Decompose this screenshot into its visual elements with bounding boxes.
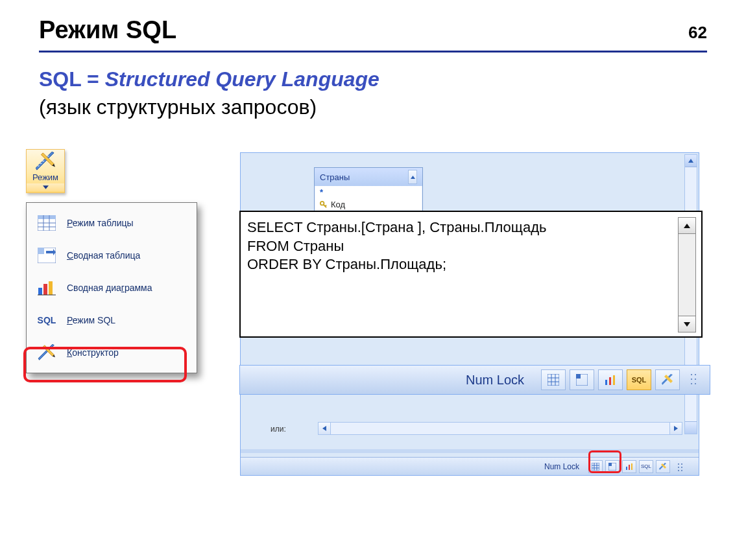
numlock-indicator: Num Lock — [466, 373, 524, 388]
svg-rect-52 — [576, 374, 581, 379]
resize-grip-icon[interactable] — [689, 371, 701, 389]
status-bar-large: Num Lock SQL — [239, 365, 710, 395]
slide-title: Режим SQL — [39, 16, 176, 44]
scroll-right-button[interactable] — [669, 423, 682, 434]
dropdown-item-label: Сводная таблица — [67, 250, 140, 261]
mode-button-dropdown-icon[interactable] — [27, 183, 64, 191]
sql-text: SELECT Страны.[Страна ], Страны.Площадь … — [247, 218, 674, 330]
field-row-star[interactable]: * — [315, 186, 422, 198]
svg-rect-16 — [38, 248, 44, 254]
mode-button[interactable]: Режим — [26, 149, 65, 193]
svg-line-41 — [325, 205, 326, 206]
svg-marker-8 — [43, 185, 49, 189]
svg-rect-19 — [43, 284, 47, 295]
svg-marker-38 — [411, 176, 415, 179]
view-datasheet-button[interactable] — [541, 369, 566, 390]
page-number: 62 — [688, 23, 707, 43]
svg-rect-1 — [38, 166, 40, 167]
status-bar-small: Num Lock SQL — [241, 457, 699, 475]
field-row-key[interactable]: Код — [315, 198, 422, 211]
dropdown-item-label: Сводная диаграмма — [67, 283, 152, 293]
view-sql-button-active[interactable]: SQL — [627, 369, 651, 390]
datasheet-icon — [37, 215, 56, 231]
view-design-button[interactable] — [656, 460, 670, 473]
svg-rect-46 — [547, 374, 559, 386]
svg-rect-10 — [38, 215, 56, 219]
or-row-label: или: — [271, 425, 286, 434]
resize-grip-icon[interactable] — [677, 461, 686, 472]
scroll-up-button[interactable] — [679, 218, 695, 234]
scroll-down-button[interactable] — [679, 316, 695, 332]
scroll-down-button[interactable] — [685, 421, 697, 434]
svg-rect-34 — [629, 465, 630, 470]
sql-text-icon: SQL — [37, 312, 56, 329]
sql-editor[interactable]: SELECT Страны.[Страна ], Страны.Площадь … — [239, 211, 703, 338]
subtitle: SQL = Structured Query Language (язык ст… — [39, 65, 707, 121]
subtitle-translation: (язык структурных запросов) — [39, 95, 317, 119]
subtitle-prefix: SQL = — [39, 67, 105, 91]
ruler-pencil-icon — [36, 152, 55, 171]
svg-rect-55 — [613, 375, 615, 385]
red-highlight-sql-statusbar — [588, 450, 621, 473]
mode-button-label: Режим — [27, 172, 64, 182]
dropdown-item-label: Режим SQL — [67, 315, 115, 325]
view-pivottable-button[interactable] — [570, 369, 594, 390]
scroll-left-button[interactable] — [319, 423, 331, 434]
svg-marker-43 — [674, 426, 678, 431]
view-sql-button[interactable]: SQL — [639, 460, 653, 473]
table-field-list[interactable]: Страны * Код — [314, 167, 423, 211]
view-pivotchart-button[interactable] — [622, 460, 636, 473]
dropdown-item-pivottable[interactable]: Сводная таблица — [27, 239, 197, 272]
view-design-button[interactable] — [655, 369, 680, 390]
subtitle-expansion: Structured Query Language — [105, 67, 379, 91]
panel-splitter[interactable] — [241, 449, 699, 453]
svg-rect-35 — [631, 463, 632, 470]
scroll-up-button[interactable] — [408, 170, 417, 184]
svg-rect-53 — [605, 380, 607, 385]
svg-rect-18 — [38, 288, 42, 295]
dropdown-item-datasheet[interactable]: Режим таблицы — [27, 207, 197, 239]
svg-marker-25 — [688, 159, 693, 163]
svg-marker-45 — [684, 322, 690, 327]
svg-rect-3 — [42, 161, 44, 161]
horizontal-scrollbar[interactable] — [318, 422, 682, 435]
numlock-indicator: Num Lock — [544, 462, 579, 471]
view-pivotchart-button[interactable] — [598, 369, 623, 390]
svg-rect-33 — [626, 467, 627, 470]
svg-rect-20 — [49, 281, 53, 295]
dropdown-item-pivotchart[interactable]: Сводная диаграмма — [27, 272, 197, 304]
svg-marker-44 — [684, 224, 690, 228]
table-field-list-title: Страны — [315, 168, 422, 186]
key-icon — [320, 201, 327, 208]
dropdown-item-sql[interactable]: SQL Режим SQL — [27, 304, 197, 336]
pivottable-icon — [37, 247, 56, 264]
svg-marker-42 — [322, 426, 326, 431]
vertical-scrollbar[interactable] — [678, 217, 696, 332]
scroll-up-button[interactable] — [685, 155, 697, 167]
red-highlight-sql-item — [23, 347, 187, 382]
svg-rect-54 — [609, 377, 611, 385]
divider — [39, 51, 707, 52]
svg-rect-5 — [47, 156, 49, 157]
bar-chart-icon — [37, 279, 56, 296]
svg-rect-2 — [40, 163, 42, 164]
dropdown-item-label: Режим таблицы — [67, 218, 134, 228]
